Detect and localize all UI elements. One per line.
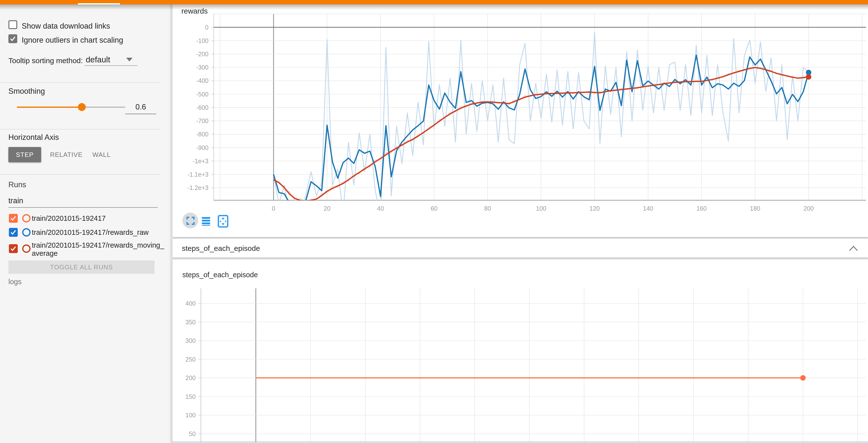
- svg-text:0: 0: [205, 24, 209, 31]
- svg-text:250: 250: [185, 356, 196, 363]
- svg-text:200: 200: [803, 205, 814, 212]
- svg-text:20: 20: [323, 205, 331, 212]
- svg-text:-200: -200: [196, 51, 209, 57]
- svg-text:-800: -800: [196, 131, 209, 138]
- svg-text:60: 60: [431, 205, 437, 212]
- svg-text:120: 120: [590, 205, 600, 212]
- svg-text:50: 50: [189, 431, 196, 437]
- tick-labels: 40035030025020015010050: [185, 300, 201, 437]
- svg-text:200: 200: [185, 375, 196, 381]
- svg-text:180: 180: [750, 205, 760, 212]
- svg-text:300: 300: [185, 337, 196, 344]
- charts-canvas: 0-100-200-300-400-500-600-700-800-900-1e…: [0, 0, 868, 443]
- chart-steps_of_each_episode[interactable]: 40035030025020015010050: [185, 288, 866, 443]
- svg-text:-700: -700: [196, 117, 209, 124]
- svg-text:-1e+3: -1e+3: [192, 158, 209, 165]
- svg-text:-100: -100: [196, 37, 209, 44]
- svg-text:-400: -400: [196, 77, 209, 84]
- svg-text:350: 350: [185, 319, 196, 326]
- app-header-bar: [0, 0, 868, 4]
- endpoint-dots: [800, 375, 806, 381]
- svg-text:40: 40: [377, 205, 384, 212]
- svg-text:100: 100: [536, 205, 547, 212]
- endpoint-dots: [806, 70, 811, 80]
- chart-rewards[interactable]: 0-100-200-300-400-500-600-700-800-900-1e…: [188, 14, 866, 217]
- svg-text:160: 160: [696, 205, 707, 212]
- gridlines: [201, 288, 866, 443]
- active-tab-underline: [78, 3, 120, 4]
- svg-text:-500: -500: [196, 91, 209, 98]
- svg-text:-1.2e+3: -1.2e+3: [188, 184, 209, 191]
- bottom-edge-rule: [173, 442, 868, 443]
- svg-text:0: 0: [272, 205, 275, 212]
- svg-text:140: 140: [643, 205, 653, 212]
- svg-text:150: 150: [185, 393, 196, 400]
- tensorboard-scalars-page: Show data download links Ignore outliers…: [0, 0, 868, 443]
- svg-text:100: 100: [185, 412, 196, 419]
- svg-text:-300: -300: [196, 64, 209, 71]
- svg-text:-900: -900: [196, 144, 209, 151]
- svg-text:-1.1e+3: -1.1e+3: [188, 171, 209, 178]
- svg-text:-600: -600: [196, 104, 209, 111]
- svg-text:80: 80: [484, 205, 491, 212]
- svg-text:400: 400: [185, 300, 196, 307]
